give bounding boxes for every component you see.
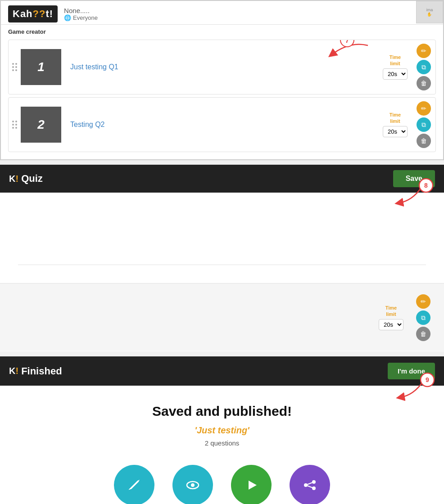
question-row-1: 7 1 Just testing Q1 Timelimit 20s 30s 60… (8, 40, 436, 94)
quiz-action-buttons: ✏ ⧉ 🗑 (412, 291, 435, 345)
time-select-2[interactable]: 20s 30s 60s (383, 126, 408, 137)
globe-icon: 🌐 (64, 14, 71, 21)
quiz-time-limit-label: Timelimit (385, 305, 397, 317)
game-creator-section: ima✋ Kah??t! None..... 🌐 Everyone Game c… (0, 0, 444, 160)
preview-icon-circle (172, 465, 213, 504)
top-right-image: ima✋ (416, 1, 443, 23)
finished-body: Saved and published! 'Just testing' 2 qu… (0, 386, 444, 504)
question-count-text: 2 questions (9, 439, 435, 447)
drag-handle-1[interactable] (9, 56, 21, 78)
copy-button-2[interactable]: ⧉ (417, 117, 431, 132)
question-title-2[interactable]: Testing Q2 (61, 121, 383, 129)
time-limit-group-1: Timelimit 20s 30s 60s (383, 54, 408, 79)
copy-button-1[interactable]: ⧉ (417, 60, 431, 74)
play-icon-circle (231, 465, 272, 504)
question-number-2: 2 (21, 107, 61, 143)
quiz-time-limit-group: Timelimit 20s 30s 60s (379, 305, 403, 330)
quiz-empty-area (18, 206, 426, 260)
quiz-header: K! Quiz Save 8 (0, 165, 444, 193)
action-share-item[interactable]: Share it (290, 465, 330, 504)
action-play-item[interactable]: Play it (231, 465, 272, 504)
k-logo: K! (9, 174, 18, 184)
svg-text:9: 9 (426, 376, 429, 383)
drag-handle-2[interactable] (9, 113, 21, 136)
quiz-name-text: 'Just testing' (9, 425, 435, 436)
action-buttons-2: ✏ ⧉ 🗑 (412, 98, 435, 152)
header-row: Kah??t! None..... 🌐 Everyone (1, 1, 443, 25)
time-limit-label-1: Timelimit (390, 54, 401, 66)
edit-button-2[interactable]: ✏ (417, 101, 431, 116)
kahoot-logo: Kah??t! (8, 5, 58, 22)
question-title-1[interactable]: Just testing Q1 (61, 63, 383, 71)
share-icon-circle (290, 465, 330, 504)
action-preview-item[interactable]: Preview it (172, 465, 213, 504)
finished-k-logo: K! (9, 366, 18, 376)
game-creator-label: Game creator (1, 25, 443, 37)
quiz-time-select[interactable]: 20s 30s 60s (379, 319, 403, 330)
annotation-7: 7 (340, 40, 354, 47)
quiz-content-area (0, 193, 444, 284)
time-limit-group-2: Timelimit 20s 30s 60s (383, 112, 408, 137)
finished-header: K! Finished I'm done 9 (0, 356, 444, 386)
action-icons-row: Edit it Preview it Play (9, 465, 435, 504)
quiz-copy-button[interactable]: ⧉ (416, 310, 430, 325)
everyone-text: 🌐 Everyone (64, 14, 98, 21)
saved-published-text: Saved and published! (9, 404, 435, 419)
quiz-footer-row: Timelimit 20s 30s 60s ✏ ⧉ 🗑 (0, 284, 444, 352)
finished-section: K! Finished I'm done 9 Saved (0, 356, 444, 504)
time-limit-label-2: Timelimit (390, 112, 401, 124)
svg-line-11 (306, 485, 314, 488)
finished-title: K! Finished (9, 365, 62, 377)
quiz-edit-button[interactable]: ✏ (416, 294, 430, 309)
quiz-delete-button[interactable]: 🗑 (416, 327, 430, 341)
time-select-1[interactable]: 20s 30s 60s (383, 68, 408, 80)
svg-point-5 (191, 483, 195, 487)
svg-line-10 (306, 482, 314, 485)
action-buttons-1: ✏ ⧉ 🗑 (412, 40, 435, 94)
header-meta: None..... 🌐 Everyone (64, 7, 98, 21)
svg-marker-6 (249, 481, 257, 490)
question-row-2: 2 Testing Q2 Timelimit 20s 30s 60s ✏ ⧉ 🗑 (8, 97, 436, 152)
action-edit-item[interactable]: Edit it (114, 465, 154, 504)
svg-text:8: 8 (424, 182, 428, 189)
none-text: None..... (64, 7, 98, 14)
edit-icon-circle (114, 465, 154, 504)
delete-button-2[interactable]: 🗑 (417, 134, 431, 148)
quiz-editor-section: K! Quiz Save 8 (0, 165, 444, 352)
question-number-1: 1 (21, 49, 61, 85)
edit-button-1[interactable]: ✏ (417, 44, 431, 58)
delete-button-1[interactable]: 🗑 (417, 76, 431, 90)
quiz-header-title: K! Quiz (9, 173, 43, 184)
